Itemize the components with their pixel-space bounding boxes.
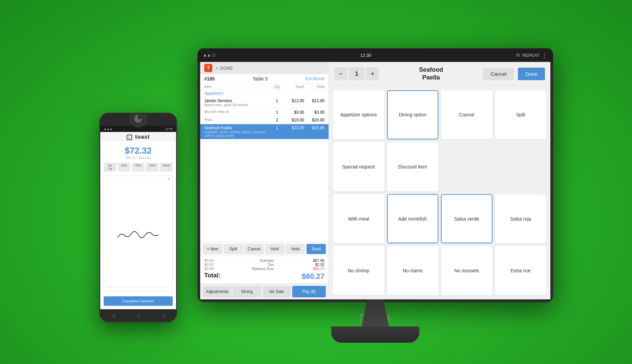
modifier-special-request[interactable]: Special request bbox=[333, 142, 384, 191]
modifier-no-shrimp[interactable]: No shrimp bbox=[333, 246, 384, 295]
table-row[interactable]: Jamón Serrano Ibérico ham, aged 18 month… bbox=[200, 97, 329, 109]
send-button[interactable]: Send bbox=[307, 244, 326, 254]
qty-display: 1 bbox=[349, 67, 365, 80]
modifier-add-monkfish[interactable]: Add monkfish bbox=[387, 194, 439, 244]
qty-plus-button[interactable]: + bbox=[366, 67, 379, 80]
modifier-done-button[interactable]: Done bbox=[518, 68, 545, 80]
phone-recent-btn[interactable]: □ bbox=[162, 313, 165, 318]
grand-total-row: Total: $60.27 bbox=[204, 272, 324, 281]
tip-15[interactable]: 15% bbox=[146, 163, 159, 172]
modifier-course[interactable]: Course bbox=[441, 90, 492, 140]
modifier-extra-rice[interactable]: Extra rice bbox=[495, 246, 547, 295]
phone-signature-area: ✕ bbox=[104, 176, 173, 292]
monitor-stand bbox=[331, 299, 419, 343]
tip-25b[interactable]: 25% bbox=[132, 163, 145, 172]
monitor-neck bbox=[362, 299, 389, 326]
total-value: $60.27 bbox=[302, 272, 324, 281]
checkmark-icon: ✓ bbox=[215, 66, 219, 71]
balance-value: $60.27 bbox=[313, 267, 324, 271]
more-options-icon[interactable]: ⋮ bbox=[542, 51, 548, 59]
pos-order-items: Jamón Serrano Ibérico ham, aged 18 month… bbox=[200, 97, 329, 242]
monitor-time: 12:30 bbox=[360, 53, 372, 58]
repeat-icon: ↻ bbox=[516, 52, 520, 58]
scene: ▲▲▲ 12:30 t toast $72.32 $60.27 + $12.5 … bbox=[79, 21, 553, 343]
total-label: Total: bbox=[204, 272, 220, 281]
monitor-device: ▲▲ ⬡ 12:30 ↻ REPEAT ⋮ T ✓ DONE bbox=[197, 48, 553, 343]
phone-tip-options: No Tip 25% 25% 15% Other bbox=[100, 161, 176, 173]
phone-brand-bar: t toast bbox=[100, 132, 176, 141]
pos-header: T ✓ DONE bbox=[200, 62, 329, 74]
phone-amount-section: $72.32 $60.27 + $12.5 tip bbox=[100, 141, 176, 161]
balance-label: Balance Due: bbox=[252, 267, 274, 271]
modifier-discount-item[interactable]: Discount item bbox=[387, 142, 439, 191]
modifier-empty-1 bbox=[441, 142, 492, 191]
modifier-salsa-verde[interactable]: Salsa verde bbox=[441, 194, 492, 244]
monitor-bezel: ▲▲ ⬡ 12:30 ↻ REPEAT ⋮ T ✓ DONE bbox=[197, 48, 553, 302]
tax-label: Tax: bbox=[252, 263, 274, 267]
monitor-wifi-icon: ▲▲ ⬡ bbox=[203, 53, 215, 58]
modifier-split[interactable]: Split bbox=[495, 90, 547, 140]
add-item-button[interactable]: + Item bbox=[203, 244, 222, 254]
phone-nfc-icon bbox=[130, 113, 147, 127]
col-qty: Qty bbox=[270, 85, 284, 89]
tip-25[interactable]: 25% bbox=[118, 163, 131, 172]
phone-home-btn[interactable]: ○ bbox=[137, 313, 140, 318]
item-total: $12.00 bbox=[304, 98, 324, 103]
phone-time: 12:30 bbox=[165, 127, 173, 131]
col-total: Total bbox=[304, 85, 324, 89]
modifier-appetizer-options[interactable]: Appetizer options bbox=[333, 90, 384, 140]
pay-button[interactable]: Pay ($) bbox=[292, 286, 326, 297]
signature-close[interactable]: ✕ bbox=[168, 177, 170, 181]
item-qty: 1 bbox=[270, 98, 284, 103]
adjustments-button[interactable]: Adjustments bbox=[203, 286, 231, 297]
modifier-with-meal[interactable]: With meal bbox=[333, 194, 384, 244]
pos-order-panel: T ✓ DONE #185 Table 5 Erin Burris Item Q bbox=[200, 62, 329, 299]
phone-top-bar bbox=[100, 114, 176, 126]
toast-logo: T bbox=[204, 64, 212, 72]
phone-nav-bar: ◁ ○ □ bbox=[100, 309, 176, 321]
col-item: Item bbox=[204, 85, 270, 89]
table-name: Table 5 bbox=[252, 76, 268, 82]
item-name: Seafood Paella monkfish, squid, shrimp, … bbox=[204, 126, 270, 138]
tip-other[interactable]: Other bbox=[160, 163, 173, 172]
hold2-button[interactable]: Hold bbox=[286, 244, 305, 254]
modifier-no-clams[interactable]: No clams bbox=[387, 246, 439, 295]
item-qty: 1 bbox=[270, 110, 284, 115]
modifier-empty-2 bbox=[495, 142, 547, 191]
phone-total-amount: $72.32 bbox=[104, 145, 173, 156]
qty-minus-button[interactable]: − bbox=[334, 67, 347, 80]
item-each: $12.00 bbox=[284, 98, 304, 103]
modifier-panel: − 1 + SeafoodPaella Cancel Done Appetize… bbox=[329, 62, 550, 299]
phone-back-btn[interactable]: ◁ bbox=[111, 313, 115, 318]
pos-column-headers: Item Qty Each Total bbox=[200, 84, 329, 90]
quantity-control: − 1 + bbox=[334, 67, 379, 80]
modifier-header: − 1 + SeafoodPaella Cancel Done bbox=[329, 62, 550, 86]
cancel-button[interactable]: Cancel bbox=[244, 244, 264, 254]
item-each: $10.00 bbox=[284, 118, 304, 122]
subtotal-value: $57.95 bbox=[313, 258, 324, 263]
monitor-screen: T ✓ DONE #185 Table 5 Erin Burris Item Q bbox=[200, 62, 550, 299]
server-name: Erin Burris bbox=[306, 76, 324, 81]
repeat-label[interactable]: REPEAT bbox=[522, 53, 540, 58]
table-row[interactable]: Seafood Paella monkfish, squid, shrimp, … bbox=[200, 124, 329, 139]
monitor-repeat-section: ↻ REPEAT ⋮ bbox=[516, 51, 548, 59]
modifier-salsa-roja[interactable]: Salsa roja bbox=[495, 194, 547, 244]
item-name: Jamón Serrano Ibérico ham, aged 18 month… bbox=[204, 98, 270, 107]
section-appetizers: Appetizers bbox=[200, 90, 329, 97]
phone-amount-breakdown: $60.27 + $12.5 tip bbox=[104, 156, 173, 159]
table-row[interactable]: Mix with olive oil 1 $3.00 $3.00 bbox=[200, 109, 329, 116]
tip-no-tip[interactable]: No Tip bbox=[104, 163, 117, 172]
pos-action-bar: + Item Split Cancel Hold Hold Send bbox=[200, 242, 329, 256]
table-row[interactable]: Rioja 2 $10.00 $20.00 bbox=[200, 116, 329, 124]
item-total: $22.95 bbox=[304, 126, 324, 130]
phone-device: ▲▲▲ 12:30 t toast $72.32 $60.27 + $12.5 … bbox=[99, 113, 177, 322]
complete-payment-button[interactable]: Complete Payment bbox=[104, 296, 173, 306]
modifier-cancel-button[interactable]: Cancel bbox=[483, 68, 514, 80]
modifier-no-mussels[interactable]: No mussels bbox=[441, 246, 492, 295]
split-button[interactable]: Split bbox=[224, 244, 243, 254]
hold-button[interactable]: Hold bbox=[265, 244, 285, 254]
no-sale-button[interactable]: No Sale bbox=[262, 286, 291, 297]
modifier-dining-option[interactable]: Dining option bbox=[387, 90, 439, 140]
done-button[interactable]: ✓ DONE bbox=[215, 66, 233, 71]
dining-button[interactable]: Dining bbox=[233, 286, 261, 297]
